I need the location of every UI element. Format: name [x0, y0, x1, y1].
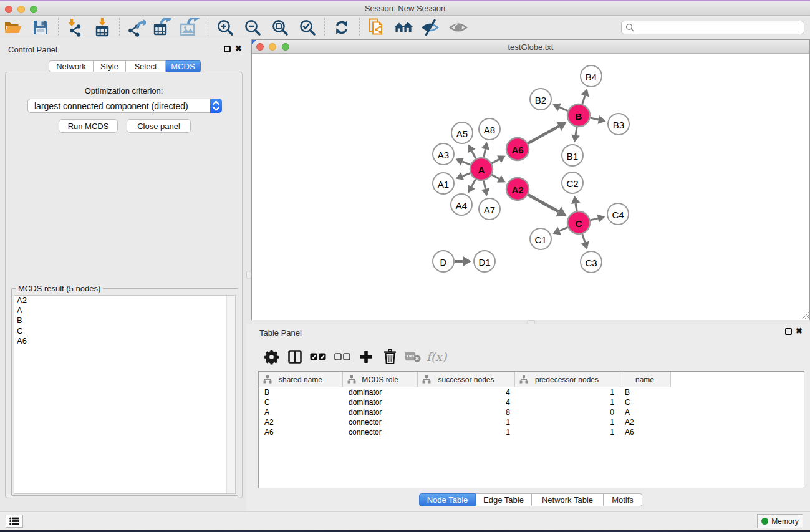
tab-network-table[interactable]: Network Table [532, 493, 604, 506]
tab-network[interactable]: Network [49, 60, 94, 72]
tab-motifs[interactable]: Motifs [604, 493, 642, 506]
select-all-columns-button[interactable] [308, 347, 328, 366]
hide-selected-button[interactable] [420, 17, 442, 37]
tab-mcds[interactable]: MCDS [166, 60, 201, 72]
tab-style[interactable]: Style [94, 60, 126, 72]
memory-button[interactable]: Memory [757, 514, 803, 528]
table-cell: dominator [349, 387, 382, 397]
copy-network-button[interactable] [365, 17, 388, 37]
export-network-button[interactable] [125, 17, 148, 37]
show-columns-button[interactable] [285, 347, 305, 366]
refresh-icon [333, 19, 350, 36]
float-panel-icon[interactable] [224, 46, 231, 52]
graph-node-A8[interactable]: A8 [479, 118, 500, 140]
graph-node-C2[interactable]: C2 [562, 172, 583, 193]
import-network-button[interactable] [64, 17, 86, 37]
svg-text:C3: C3 [585, 258, 597, 268]
save-session-button[interactable] [29, 17, 52, 37]
result-list-item[interactable]: B [14, 316, 235, 326]
result-list-item[interactable]: A6 [14, 336, 235, 346]
tab-node-table[interactable]: Node Table [419, 493, 476, 506]
result-list-item[interactable]: C [14, 326, 235, 336]
result-list-item[interactable]: A [14, 306, 235, 316]
mcds-result-title: MCDS result (5 nodes) [16, 284, 103, 293]
graph-node-A6[interactable]: A6 [506, 138, 529, 160]
graph-node-C3[interactable]: C3 [581, 251, 602, 273]
close-panel-icon[interactable]: ✖ [235, 44, 242, 53]
zoom-selected-button[interactable] [296, 17, 319, 37]
graph-node-A3[interactable]: A3 [433, 143, 454, 165]
graph-node-B2[interactable]: B2 [530, 89, 551, 110]
table-row[interactable]: Cdominator41C [259, 397, 804, 407]
table-close-panel-icon[interactable]: ✖ [796, 327, 803, 336]
export-table-button[interactable] [152, 17, 174, 37]
graph-node-A4[interactable]: A4 [451, 194, 472, 215]
graph-node-A1[interactable]: A1 [433, 173, 454, 194]
close-panel-button[interactable]: Close panel [127, 119, 191, 133]
graph-node-C[interactable]: C [567, 211, 590, 234]
network-window-titlebar[interactable]: testGlobe.txt [252, 40, 809, 54]
svg-text:B2: B2 [535, 95, 546, 105]
toolbar-separator [208, 18, 208, 37]
gear-icon [264, 349, 279, 365]
table-float-panel-icon[interactable] [785, 328, 792, 335]
run-mcds-button[interactable]: Run MCDS [59, 119, 118, 133]
graph-node-B4[interactable]: B4 [581, 65, 602, 87]
table-row[interactable]: A6connector11A6 [259, 427, 804, 437]
svg-text:A2: A2 [511, 185, 523, 195]
svg-text:A3: A3 [438, 150, 449, 160]
result-list-item[interactable]: A2 [14, 296, 235, 306]
graph-node-C4[interactable]: C4 [607, 203, 629, 225]
refresh-button[interactable] [330, 17, 353, 37]
column-header-MCDS-role[interactable]: MCDS role [343, 372, 418, 387]
delete-columns-button[interactable] [380, 347, 400, 366]
graph-node-A5[interactable]: A5 [451, 122, 473, 143]
show-all-button[interactable] [447, 17, 470, 37]
column-header-predecessor-nodes[interactable]: predecessor nodes [515, 372, 619, 387]
table-settings-button[interactable] [261, 347, 281, 366]
graph-node-D1[interactable]: D1 [474, 251, 495, 272]
table-cell: A2 [625, 417, 634, 427]
search-input[interactable] [621, 21, 804, 34]
network-canvas[interactable]: AA1A3A4A5A7A8A6A2BB1B2B3B4CC1C2C3C4DD1 [252, 54, 809, 320]
graph-node-B[interactable]: B [567, 104, 590, 127]
first-neighbors-button[interactable] [392, 17, 415, 37]
toolbar-separator [324, 18, 325, 37]
import-network-icon [66, 18, 84, 37]
search-icon [625, 23, 634, 32]
svg-text:A8: A8 [484, 125, 495, 135]
table-row[interactable]: A2connector11A2 [259, 417, 804, 427]
mcds-result-list[interactable]: A2ABCA6 [14, 295, 236, 494]
graph-node-A2[interactable]: A2 [506, 178, 529, 200]
table-cell: 1 [610, 417, 614, 427]
graph-node-B1[interactable]: B1 [562, 145, 583, 166]
create-column-button[interactable] [356, 347, 376, 366]
graph-node-C1[interactable]: C1 [530, 228, 551, 249]
vertical-split-grip[interactable] [246, 271, 251, 279]
column-header-successor-nodes[interactable]: successor nodes [418, 372, 515, 387]
import-table-button[interactable] [91, 17, 113, 37]
tab-edge-table[interactable]: Edge Table [476, 493, 532, 506]
column-header-name[interactable]: name [619, 372, 671, 387]
export-image-button[interactable] [178, 17, 201, 37]
table-row[interactable]: Bdominator41B [259, 387, 804, 397]
optimization-criterion-dropdown[interactable]: largest connected component (directed) [27, 99, 222, 113]
zoom-in-button[interactable] [214, 17, 236, 37]
table-panel-title: Table Panel [259, 328, 302, 337]
table-row[interactable]: Adominator80A [259, 407, 804, 417]
graph-node-A[interactable]: A [470, 158, 493, 180]
graph-node-D[interactable]: D [433, 251, 454, 272]
tab-select[interactable]: Select [126, 60, 166, 72]
open-session-button[interactable] [2, 17, 24, 37]
graph-node-B3[interactable]: B3 [608, 114, 629, 135]
show-panels-button[interactable] [6, 515, 23, 528]
unselect-all-columns-button[interactable] [332, 347, 352, 366]
graph-node-A7[interactable]: A7 [479, 198, 500, 220]
window-resize-grip[interactable] [800, 310, 809, 319]
svg-text:A: A [478, 165, 485, 175]
column-header-shared-name[interactable]: shared name [259, 372, 343, 387]
result-list-scrollbar[interactable] [226, 296, 235, 493]
zoom-out-button[interactable] [241, 17, 264, 37]
zoom-fit-button[interactable] [269, 17, 291, 37]
save-icon [32, 19, 49, 36]
